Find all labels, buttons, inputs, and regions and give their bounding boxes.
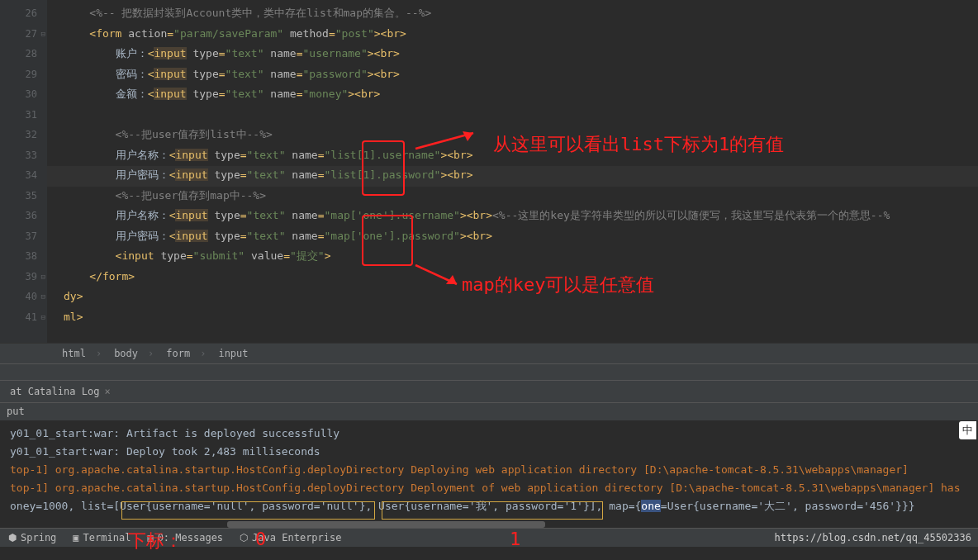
console-output[interactable]: y01_01_start:war: Artifact is deployed s… (0, 420, 978, 528)
breadcrumb-item[interactable]: body (114, 348, 154, 359)
fold-icon[interactable]: ⊟ (41, 307, 45, 328)
arrow-icon (411, 261, 465, 290)
highlighted-key: one (641, 500, 660, 512)
line-number: 41⊟ (0, 307, 37, 328)
fold-icon[interactable]: ⊟ (41, 24, 45, 45)
breadcrumb: html body form input (0, 343, 978, 363)
console-line: top-1] org.apache.catalina.startup.HostC… (10, 461, 968, 479)
line-number: 37 (0, 226, 37, 247)
annotation-box-map (362, 215, 413, 266)
line-number: 34 (0, 165, 37, 186)
line-number: 30 (0, 84, 37, 105)
line-number: 26 (0, 3, 37, 24)
line-number: 39⊟ (0, 267, 37, 287)
line-number: 32 (0, 125, 37, 145)
console-line: y01_01_start:war: Artifact is deployed s… (10, 425, 968, 443)
annotation-text-list: 从这里可以看出list下标为1的有值 (493, 132, 784, 157)
line-number: 29 (0, 64, 37, 85)
line-number: 33 (0, 145, 37, 166)
line-number: 36 (0, 206, 37, 226)
scrollbar[interactable] (227, 521, 545, 528)
annotation-text-map: map的key可以是任意值 (462, 273, 654, 297)
annotation-box-list (362, 140, 405, 196)
fold-icon[interactable]: ⊟ (41, 287, 45, 307)
catalina-log-tab[interactable]: at Catalina Log × (2, 382, 119, 401)
breadcrumb-item[interactable]: html (62, 348, 102, 359)
fold-icon[interactable]: ⊟ (41, 267, 45, 287)
status-terminal[interactable]: ▣ Terminal (73, 532, 131, 543)
annotation-index-0: 0 (255, 529, 266, 549)
tab-label: at Catalina Log (10, 386, 99, 397)
line-number: 38 (0, 246, 37, 267)
close-icon[interactable]: × (104, 386, 110, 397)
ime-indicator: 中 (959, 421, 976, 439)
console-line: y01_01_start:war: Deploy took 2,483 mill… (10, 443, 968, 461)
annotation-box-index0 (121, 501, 375, 520)
annotation-box-index1 (382, 501, 603, 520)
console-line: top-1] org.apache.catalina.startup.HostC… (10, 479, 968, 497)
arrow-icon (411, 126, 486, 153)
log-tabs: at Catalina Log × (0, 380, 978, 402)
breadcrumb-item[interactable]: input (218, 348, 258, 359)
empty-tab-bar (0, 363, 978, 380)
line-number: 31 (0, 105, 37, 126)
output-tab[interactable]: put (0, 402, 978, 420)
status-spring[interactable]: ⬢ Spring (8, 532, 56, 543)
annotation-index-label: 下标： (128, 529, 183, 553)
line-number: 28 (0, 44, 37, 64)
line-number: 27⊟ (0, 24, 37, 45)
annotation-index-1: 1 (510, 529, 520, 549)
watermark: https://blog.csdn.net/qq_45502336 (775, 532, 971, 543)
gutter: 26 27⊟ 28 29 30 31 32 33 34 35 36 37 38 … (0, 0, 47, 343)
breadcrumb-item[interactable]: form (166, 348, 206, 359)
line-number: 40⊟ (0, 287, 37, 307)
line-number: 35 (0, 186, 37, 206)
